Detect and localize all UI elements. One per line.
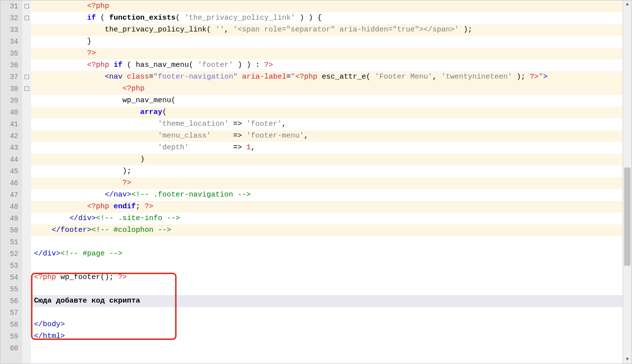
line-number[interactable]: 50	[0, 224, 18, 236]
code-token	[109, 61, 114, 69]
code-token: Сюда добавте код скрипта	[34, 297, 140, 305]
fold-toggle-icon[interactable]: -	[25, 75, 29, 79]
code-line[interactable]: <?php	[31, 83, 623, 95]
code-line[interactable]: if ( function_exists( 'the_privacy_polic…	[31, 12, 623, 24]
code-token: >	[60, 332, 65, 340]
code-line[interactable]: 'depth' => 1,	[31, 142, 623, 154]
code-token: "footer-navigation"	[153, 73, 238, 81]
fold-mark	[22, 236, 31, 248]
code-line[interactable]: <?php endif; ?>	[31, 201, 623, 213]
code-line[interactable]: ?>	[31, 48, 623, 59]
code-token: endif	[114, 202, 136, 211]
code-token: =>	[211, 132, 246, 140]
scroll-up-arrow[interactable]: ▲	[623, 0, 632, 8]
line-number[interactable]: 51	[0, 236, 18, 248]
code-line[interactable]: <?php wp_footer(); ?>	[31, 272, 623, 283]
scrollbar-thumb[interactable]	[624, 168, 631, 266]
code-token	[34, 108, 140, 116]
code-token: 'footer'	[198, 61, 233, 69]
fold-toggle-icon[interactable]: -	[25, 4, 29, 8]
code-token: >	[127, 191, 131, 199]
code-line[interactable]	[31, 307, 623, 319]
fold-mark	[22, 118, 31, 130]
code-token: 'menu_class'	[158, 132, 211, 140]
code-token: </	[105, 191, 114, 199]
code-line[interactable]: </body>	[31, 319, 623, 331]
line-number[interactable]: 41	[0, 118, 18, 130]
code-line[interactable]: Сюда добавте код скрипта	[31, 295, 623, 307]
line-number[interactable]: 52	[0, 248, 18, 260]
code-token: ,	[251, 143, 255, 152]
code-token: <?php	[87, 202, 109, 211]
line-number[interactable]: 40	[0, 107, 18, 118]
fold-mark	[22, 107, 31, 118]
vertical-scrollbar[interactable]: ▲ ▼	[623, 0, 632, 364]
fold-mark	[22, 166, 31, 177]
code-line[interactable]: wp_nav_menu(	[31, 95, 623, 107]
line-number[interactable]: 36	[0, 59, 18, 71]
line-number[interactable]: 59	[0, 331, 18, 342]
code-area[interactable]: <?php if ( function_exists( 'the_privacy…	[31, 0, 623, 364]
line-number[interactable]: 55	[0, 283, 18, 295]
code-line[interactable]: <?php if ( has_nav_menu( 'footer' ) ) : …	[31, 59, 623, 71]
code-line[interactable]: </div><!-- .site-info -->	[31, 213, 623, 224]
line-number[interactable]: 44	[0, 154, 18, 166]
code-token: >	[91, 214, 96, 223]
code-token: if	[114, 61, 122, 69]
line-number[interactable]: 43	[0, 142, 18, 154]
code-line[interactable]: }	[31, 36, 623, 48]
code-token: ;	[136, 202, 145, 211]
line-number[interactable]: 39	[0, 95, 18, 107]
scroll-down-arrow[interactable]: ▼	[623, 356, 632, 364]
code-token: 1	[246, 143, 251, 152]
line-number[interactable]: 38	[0, 83, 18, 95]
line-number[interactable]: 31	[0, 0, 18, 12]
code-line[interactable]: <nav class="footer-navigation" aria-labe…	[31, 71, 623, 83]
code-line[interactable]: <?php	[31, 0, 623, 12]
fold-toggle-icon[interactable]: -	[25, 86, 29, 91]
code-line[interactable]: </footer><!-- #colophon -->	[31, 224, 623, 236]
line-number[interactable]: 56	[0, 295, 18, 307]
code-token: );	[34, 167, 131, 175]
code-token: wp_nav_menu(	[34, 96, 176, 105]
fold-column[interactable]: -- --	[22, 0, 31, 364]
line-number[interactable]: 47	[0, 189, 18, 201]
code-token: class	[127, 73, 149, 81]
code-line[interactable]: ?>	[31, 177, 623, 189]
line-number[interactable]: 46	[0, 177, 18, 189]
line-number[interactable]: 57	[0, 307, 18, 319]
line-number-gutter[interactable]: 3132333435363738394041424344454647484950…	[0, 0, 22, 364]
code-token: the_privacy_policy_link(	[34, 26, 215, 34]
line-number[interactable]: 54	[0, 272, 18, 283]
line-number[interactable]: 37	[0, 71, 18, 83]
code-line[interactable]: </nav><!-- .footer-navigation -->	[31, 189, 623, 201]
fold-mark	[22, 319, 31, 331]
code-line[interactable]: the_privacy_policy_link( '', '<span role…	[31, 24, 623, 36]
line-number[interactable]: 48	[0, 201, 18, 213]
line-number[interactable]: 34	[0, 36, 18, 48]
line-number[interactable]: 49	[0, 213, 18, 224]
code-line[interactable]: )	[31, 154, 623, 166]
code-line[interactable]	[31, 260, 623, 272]
code-line[interactable]: array(	[31, 107, 623, 118]
line-number[interactable]: 58	[0, 319, 18, 331]
code-line[interactable]: 'menu_class' => 'footer-menu',	[31, 130, 623, 142]
line-number[interactable]: 60	[0, 342, 18, 354]
code-token: <!-- #colophon -->	[91, 226, 171, 234]
code-line[interactable]: );	[31, 166, 623, 177]
line-number[interactable]: 45	[0, 166, 18, 177]
line-number[interactable]: 35	[0, 48, 18, 59]
code-token: )	[34, 155, 145, 164]
line-number[interactable]: 53	[0, 260, 18, 272]
line-number[interactable]: 32	[0, 12, 18, 24]
line-number[interactable]: 42	[0, 130, 18, 142]
fold-toggle-icon[interactable]: -	[25, 16, 29, 20]
code-line[interactable]	[31, 283, 623, 295]
code-line[interactable]: 'theme_location' => 'footer',	[31, 118, 623, 130]
line-number[interactable]: 33	[0, 24, 18, 36]
code-line[interactable]: </div><!-- #page -->	[31, 248, 623, 260]
code-line[interactable]	[31, 236, 623, 248]
code-line[interactable]: </html>	[31, 331, 623, 342]
code-token: (	[162, 108, 167, 116]
code-line[interactable]	[31, 342, 623, 354]
